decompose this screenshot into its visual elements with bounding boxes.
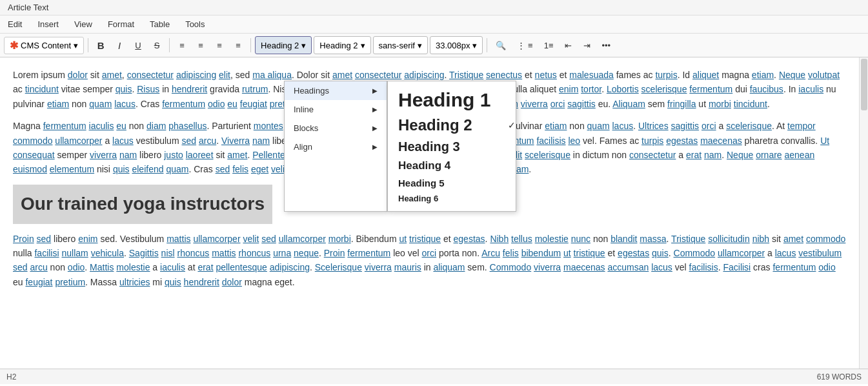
link-urna[interactable]: urna [273,248,291,258]
link-netus[interactable]: netus [535,70,557,80]
font-size-dropdown[interactable]: 33.008px ▾ [430,36,483,54]
link-ullamcorper[interactable]: ullamcorper [55,136,102,146]
link-mauris[interactable]: mauris [394,262,421,272]
link-velit3[interactable]: velit [243,234,259,244]
link-neque2[interactable]: Neque [727,150,753,160]
link-fermentum4[interactable]: fermentum [347,248,390,258]
link-fermentum3[interactable]: fermentum [43,121,86,131]
link-quis2[interactable]: quis [113,164,130,174]
link-sagittis[interactable]: sagittis [567,99,596,109]
link-risus[interactable]: Risus [137,84,159,94]
link-nunc[interactable]: nunc [571,234,590,244]
link-iaculis3[interactable]: iaculis [160,262,185,272]
link-lacus6[interactable]: lacus [651,262,672,272]
link-odio[interactable]: odio [68,262,85,272]
link-commodo2[interactable]: commodo [806,234,845,244]
link-odio2[interactable]: odio [818,262,835,272]
indent-button[interactable]: ⇥ [579,36,596,54]
link-sed4[interactable]: sed [261,234,276,244]
link-quam[interactable]: quam [89,99,112,109]
link-bibendum[interactable]: bibendum [521,248,561,258]
link-commodo4[interactable]: Commodo [490,262,532,272]
link-quam4[interactable]: quam [166,164,188,174]
link-scelerisque2[interactable]: scelerisque [726,121,772,131]
cms-content-button[interactable]: ✱ CMS Content ▾ [4,37,84,54]
link-aenean[interactable]: aenean [785,150,815,160]
link-orci2[interactable]: orci [701,121,716,131]
link-proin2[interactable]: Proin [324,248,345,258]
link-accumsan[interactable]: accumsan [607,262,649,272]
link-viverra4[interactable]: viverra [534,262,561,272]
menu-edit[interactable]: Edit [5,18,25,30]
link-aliquam[interactable]: Aliquam [612,99,645,109]
editor-scrollbar[interactable] [859,57,868,369]
link-ultricies2[interactable]: ultricies [119,277,150,287]
link-viverra3[interactable]: viverra [365,262,392,272]
link-tellus[interactable]: tellus [511,234,532,244]
link-montes[interactable]: montes [254,121,283,131]
menu-tools[interactable]: Tools [183,18,207,30]
link-morbi[interactable]: morbi [709,99,731,109]
link-arcu[interactable]: arcu [199,136,216,146]
heading1-option[interactable]: Heading 1 [388,86,516,114]
link-eget2[interactable]: eget [251,164,268,174]
link-tincidunt2[interactable]: tincidunt [734,99,767,109]
link-sed2[interactable]: sed [216,164,230,174]
link-sagittis2[interactable]: sagittis [671,121,700,131]
heading3-option[interactable]: Heading 3 [388,137,516,157]
link-quis5[interactable]: quis [165,277,181,287]
link-egestas2[interactable]: egestas [454,234,485,244]
scrollbar-thumb[interactable] [861,59,867,110]
link-turpis2[interactable]: turpis [641,136,663,146]
link-rhoncus[interactable]: rhoncus [177,248,210,258]
link-mattis2[interactable]: mattis [212,248,236,258]
link-pretium2[interactable]: pretium [55,277,85,287]
link-tincidunt[interactable]: tincidunt [25,84,59,94]
link-nisl[interactable]: nisl [161,248,175,258]
link-amet4[interactable]: amet [783,234,803,244]
link-proin[interactable]: Proin [13,234,34,244]
link-vestibulum[interactable]: vestibulum [798,248,842,258]
menu-view[interactable]: View [72,18,95,30]
link-dolor[interactable]: dolor [222,277,242,287]
link-tristique[interactable]: Tristique [449,70,483,80]
link-quam3[interactable]: quam [587,121,610,131]
format-menu-blocks[interactable]: Blocks ▶ [285,119,387,137]
link-morbi3[interactable]: morbi [328,234,351,244]
link-odio[interactable]: odio [208,99,225,109]
link-facilisis2[interactable]: facilisis [536,136,565,146]
link-molestie[interactable]: molestie [535,234,569,244]
font-family-dropdown[interactable]: sans-serif ▾ [373,36,428,54]
link-eu2[interactable]: eu [116,121,126,131]
link-ut3[interactable]: ut [563,248,571,258]
link-sagittis4[interactable]: Sagittis [129,248,159,258]
bullet-list-button[interactable]: ⋮ ≡ [512,36,537,54]
bold-button[interactable]: B [92,36,109,54]
numbered-list-button[interactable]: 1≡ [540,36,558,54]
link-facilisis3[interactable]: facilisis [689,262,718,272]
link-molestie2[interactable]: molestie [116,262,150,272]
link-rhoncus2[interactable]: rhoncus [238,248,270,258]
link-arcu3[interactable]: arcu [30,262,47,272]
link-mattis[interactable]: mattis [167,234,190,244]
link-amet3[interactable]: amet [227,150,247,160]
link-quis[interactable]: quis [116,84,132,94]
menu-format[interactable]: Format [105,18,137,30]
link-ullamcorper2[interactable]: ullamcorper [193,234,240,244]
link-consectetur3[interactable]: consectetur [629,150,676,160]
link-lacus5[interactable]: lacus [775,248,796,258]
link-ullamcorper3[interactable]: ullamcorper [279,234,326,244]
link-elementum2[interactable]: elementum [50,164,94,174]
link-tristique4[interactable]: tristique [409,234,441,244]
link-elit[interactable]: elit [219,70,230,80]
link-facilisi2[interactable]: Facilisi [723,262,751,272]
link-lacus[interactable]: lacus [114,99,136,109]
link-ullamcorper4[interactable]: ullamcorper [718,248,765,258]
link-fringilla[interactable]: fringilla [667,99,696,109]
link-massa[interactable]: massa [640,234,666,244]
link-nam[interactable]: nam [252,136,270,146]
link-enim3[interactable]: enim [78,234,97,244]
more-button[interactable]: ••• [598,36,616,54]
link-sed5[interactable]: sed [13,262,28,272]
link-etiam3[interactable]: etiam [545,121,567,131]
